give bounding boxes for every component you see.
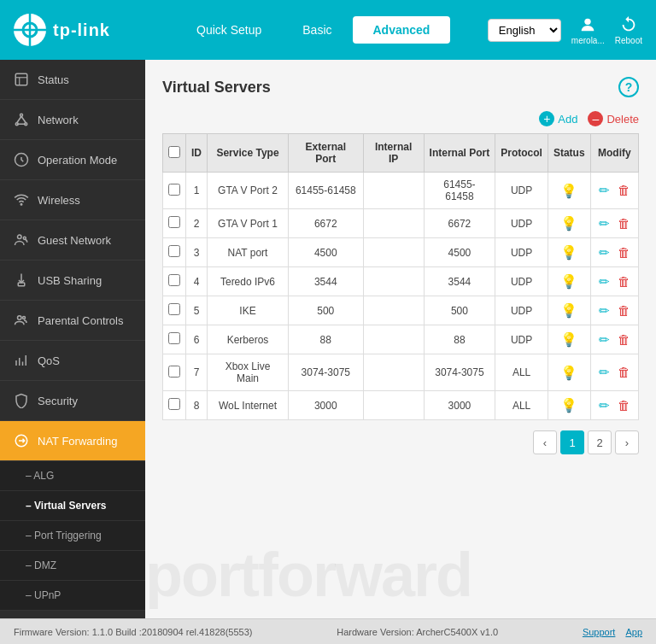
wireless-icon (14, 192, 29, 208)
cell-service: NAT port (208, 238, 289, 267)
cell-status: 💡 (548, 238, 590, 267)
sidebar-item-nat-forwarding[interactable]: NAT Forwarding (0, 421, 145, 461)
trash-icon[interactable]: 🗑 (618, 365, 630, 379)
table-row: 5 IKE 500 500 UDP 💡 ✏ 🗑 (163, 296, 639, 325)
status-bulb-icon[interactable]: 💡 (560, 184, 577, 198)
row-checkbox[interactable] (168, 184, 180, 196)
edit-icon[interactable]: ✏ (599, 245, 610, 260)
row-checkbox-cell (163, 296, 186, 325)
table-header-row: ID Service Type External Port Internal I… (163, 134, 639, 173)
sidebar-sub-port-triggering[interactable]: – Port Triggering (0, 521, 145, 551)
support-link[interactable]: Support (583, 627, 616, 637)
col-id: ID (186, 134, 208, 173)
trash-icon[interactable]: 🗑 (618, 398, 630, 413)
sidebar-item-wireless[interactable]: Wireless (0, 180, 145, 220)
sidebar-item-guest-network[interactable]: Guest Network (0, 220, 145, 261)
cell-int-port: 3074-3075 (424, 354, 495, 391)
row-checkbox[interactable] (168, 366, 180, 378)
sidebar-sub-dmz[interactable]: – DMZ (0, 551, 145, 581)
edit-icon[interactable]: ✏ (599, 183, 610, 197)
sidebar-sub-menu: – ALG – Virtual Servers – Port Triggerin… (0, 461, 145, 611)
status-bulb-icon[interactable]: 💡 (560, 332, 577, 347)
cell-service: Teredo IPv6 (208, 267, 289, 296)
row-checkbox[interactable] (168, 332, 180, 344)
next-page-button[interactable]: › (615, 430, 639, 454)
row-checkbox[interactable] (168, 274, 180, 286)
user-icon (578, 15, 597, 34)
cell-ext-port: 6672 (288, 209, 363, 238)
row-checkbox-cell (163, 391, 186, 420)
sidebar-item-network[interactable]: Network (0, 100, 145, 140)
cell-modify: ✏ 🗑 (590, 173, 638, 209)
logo-area: tp-link (14, 14, 159, 46)
page-1-button[interactable]: 1 (560, 430, 584, 454)
cell-status: 💡 (548, 267, 590, 296)
row-checkbox[interactable] (168, 245, 180, 257)
trash-icon[interactable]: 🗑 (618, 274, 630, 289)
status-bulb-icon[interactable]: 💡 (560, 245, 577, 260)
sidebar-sub-alg[interactable]: – ALG (0, 461, 145, 491)
cell-status: 💡 (548, 354, 590, 391)
sidebar-item-status[interactable]: Status (0, 60, 145, 100)
add-button[interactable]: + Add (539, 111, 577, 126)
trash-icon[interactable]: 🗑 (618, 303, 630, 318)
table-row: 1 GTA V Port 2 61455-61458 61455-61458 U… (163, 173, 639, 209)
trash-icon[interactable]: 🗑 (618, 332, 630, 347)
status-bulb-icon[interactable]: 💡 (560, 303, 577, 318)
row-checkbox[interactable] (168, 303, 180, 315)
sidebar-item-usb-sharing[interactable]: USB Sharing (0, 261, 145, 301)
sidebar-sub-virtual-servers[interactable]: – Virtual Servers (0, 491, 145, 521)
guest-network-icon (14, 232, 29, 248)
language-select[interactable]: English Chinese French German (488, 19, 561, 42)
help-button[interactable]: ? (618, 77, 639, 97)
col-checkbox (163, 134, 186, 173)
cell-id: 4 (186, 267, 208, 296)
nav-quick-setup[interactable]: Quick Setup (176, 16, 282, 44)
cell-protocol: UDP (495, 173, 548, 209)
table-row: 2 GTA V Port 1 6672 6672 UDP 💡 ✏ 🗑 (163, 209, 639, 238)
row-checkbox-cell (163, 209, 186, 238)
svg-point-15 (18, 235, 22, 239)
svg-rect-17 (18, 283, 25, 286)
edit-icon[interactable]: ✏ (599, 365, 610, 379)
cell-id: 6 (186, 325, 208, 354)
row-checkbox[interactable] (168, 398, 180, 410)
parental-controls-icon (14, 313, 29, 328)
status-bulb-icon[interactable]: 💡 (560, 366, 577, 380)
user-button[interactable]: merola... (571, 15, 605, 45)
trash-icon[interactable]: 🗑 (618, 245, 630, 260)
table-row: 3 NAT port 4500 4500 UDP 💡 ✏ 🗑 (163, 238, 639, 267)
status-bulb-icon[interactable]: 💡 (560, 274, 577, 289)
svg-line-11 (17, 116, 21, 123)
prev-page-button[interactable]: ‹ (533, 430, 557, 454)
edit-icon[interactable]: ✏ (599, 398, 610, 413)
edit-icon[interactable]: ✏ (599, 332, 610, 347)
sidebar-item-parental-controls[interactable]: Parental Controls (0, 301, 145, 341)
page-2-button[interactable]: 2 (588, 430, 612, 454)
trash-icon[interactable]: 🗑 (618, 183, 630, 197)
edit-icon[interactable]: ✏ (599, 216, 610, 231)
sidebar-item-security[interactable]: Security (0, 381, 145, 421)
cell-int-ip (363, 325, 424, 354)
select-all-checkbox[interactable] (168, 146, 180, 158)
col-status: Status (548, 134, 590, 173)
status-bulb-icon[interactable]: 💡 (560, 398, 577, 413)
usb-sharing-icon (14, 272, 29, 288)
sidebar-sub-upnp[interactable]: – UPnP (0, 581, 145, 611)
cell-protocol: ALL (495, 354, 548, 391)
nav-advanced[interactable]: Advanced (353, 16, 451, 44)
delete-button[interactable]: – Delete (588, 111, 639, 126)
sidebar-item-qos[interactable]: QoS (0, 341, 145, 381)
reboot-button[interactable]: Reboot (615, 15, 642, 45)
row-checkbox[interactable] (168, 216, 180, 228)
status-bulb-icon[interactable]: 💡 (560, 216, 577, 231)
tp-link-logo-icon (14, 14, 46, 46)
edit-icon[interactable]: ✏ (599, 274, 610, 289)
trash-icon[interactable]: 🗑 (618, 216, 630, 231)
edit-icon[interactable]: ✏ (599, 303, 610, 318)
operation-mode-icon (14, 152, 29, 167)
table-toolbar: + Add – Delete (162, 111, 639, 126)
sidebar-item-operation-mode[interactable]: Operation Mode (0, 140, 145, 180)
nav-basic[interactable]: Basic (282, 16, 352, 44)
app-link[interactable]: App (625, 627, 642, 637)
